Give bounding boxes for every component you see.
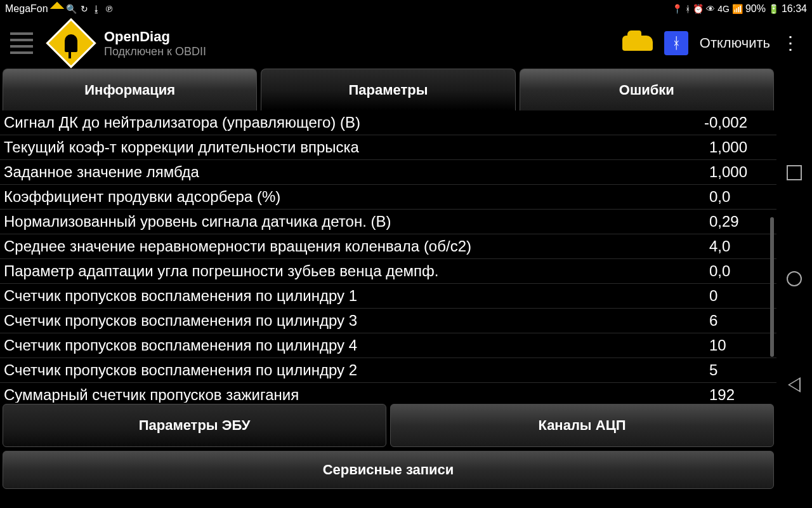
param-name: Сигнал ДК до нейтрализатора (управляющег… — [4, 114, 373, 131]
param-row[interactable]: Заданное значение лямбда1,000 — [0, 160, 776, 185]
parameter-list[interactable]: Сигнал ДК до нейтрализатора (управляющег… — [0, 110, 776, 403]
app-logo-icon — [46, 18, 96, 68]
search-icon: 🔍 — [66, 4, 77, 14]
param-name: Суммарный счетчик пропусков зажигания — [4, 386, 311, 403]
top-tabs: Информация Параметры Ошибки — [0, 69, 776, 110]
carrier-label: MegaFon — [5, 3, 48, 15]
param-name: Счетчик пропусков воспламенения по цилин… — [4, 337, 370, 354]
tab-info[interactable]: Информация — [3, 69, 257, 110]
param-row[interactable]: Суммарный счетчик пропусков зажигания192 — [0, 383, 776, 403]
alarm-icon: ⏰ — [693, 4, 704, 14]
scrollbar[interactable] — [770, 217, 774, 357]
param-value: 1,000 — [709, 138, 773, 156]
nav-back-button[interactable] — [788, 377, 801, 392]
param-value: 4,0 — [709, 237, 773, 255]
param-value: 5 — [709, 361, 773, 379]
clock: 16:34 — [782, 3, 807, 15]
param-name: Текущий коэф-т коррекции длительности вп… — [4, 138, 372, 156]
param-name: Коэффициент продувки адсорбера (%) — [4, 188, 293, 206]
nav-home-button[interactable] — [787, 271, 802, 286]
param-value: 0 — [709, 287, 773, 305]
megafon-icon — [49, 2, 64, 17]
bluetooth-button[interactable]: ᚼ — [664, 31, 688, 55]
menu-button[interactable] — [5, 27, 38, 59]
param-row[interactable]: Счетчик пропусков воспламенения по цилин… — [0, 309, 776, 333]
param-name: Среднее значение неравномерности вращени… — [4, 237, 484, 255]
download-icon: ⭳ — [92, 4, 101, 14]
param-row[interactable]: Счетчик пропусков воспламенения по цилин… — [0, 333, 776, 358]
battery-icon: 🔋 — [768, 4, 779, 14]
tab-params[interactable]: Параметры — [261, 69, 515, 110]
eye-icon: 👁 — [706, 4, 715, 14]
car-icon[interactable] — [622, 36, 653, 51]
param-name: Нормализованный уровень сигнала датчика … — [4, 213, 403, 231]
pinterest-icon: ℗ — [105, 4, 114, 14]
param-row[interactable]: Текущий коэф-т коррекции длительности вп… — [0, 135, 776, 160]
param-value: 0,0 — [709, 262, 773, 280]
bluetooth-icon: ᚼ — [685, 4, 690, 14]
param-name: Счетчик пропусков воспламенения по цилин… — [4, 361, 370, 379]
param-row[interactable]: Счетчик пропусков воспламенения по цилин… — [0, 358, 776, 383]
service-records-button[interactable]: Сервисные записи — [3, 451, 774, 489]
param-value: 1,000 — [709, 163, 773, 181]
param-name: Параметр адаптации угла погрешности зубь… — [4, 262, 451, 280]
param-name: Счетчик пропусков воспламенения по цилин… — [4, 287, 370, 305]
param-row[interactable]: Нормализованный уровень сигнала датчика … — [0, 210, 776, 234]
param-row[interactable]: Сигнал ДК до нейтрализатора (управляющег… — [0, 110, 776, 135]
app-subtitle: Подключен к OBDII — [104, 45, 612, 58]
param-value: 192 — [709, 386, 773, 403]
disconnect-button[interactable]: Отключить — [700, 35, 770, 51]
battery-percent: 90% — [745, 3, 766, 15]
param-value: 0,29 — [709, 213, 773, 231]
param-row[interactable]: Коэффициент продувки адсорбера (%)0,0 — [0, 185, 776, 210]
tab-adc-channels[interactable]: Каналы АЦП — [390, 404, 774, 447]
tab-errors[interactable]: Ошибки — [520, 69, 774, 110]
param-name: Счетчик пропусков воспламенения по цилин… — [4, 312, 370, 330]
param-name: Заданное значение лямбда — [4, 163, 212, 181]
param-value: 0,0 — [709, 188, 773, 206]
app-header: OpenDiag Подключен к OBDII ᚼ Отключить ⋮ — [0, 18, 812, 69]
bottom-tabs: Параметры ЭБУ Каналы АЦП — [0, 404, 776, 447]
app-title: OpenDiag — [104, 29, 612, 45]
system-nav-bar — [776, 69, 812, 489]
location-icon: 📍 — [672, 4, 683, 14]
loop-icon: ↻ — [81, 4, 88, 14]
param-value: -0,002 — [704, 114, 773, 131]
param-row[interactable]: Среднее значение неравномерности вращени… — [0, 234, 776, 259]
tab-ecu-params[interactable]: Параметры ЭБУ — [3, 404, 386, 447]
param-value: 6 — [709, 312, 773, 330]
overflow-menu-button[interactable]: ⋮ — [782, 41, 799, 46]
signal-icon: 📶 — [732, 4, 743, 14]
network-4g-icon: 4G — [717, 4, 730, 14]
status-bar: MegaFon 🔍 ↻ ⭳ ℗ 📍 ᚼ ⏰ 👁 4G 📶 90% 🔋 16:34 — [0, 0, 812, 18]
param-row[interactable]: Параметр адаптации угла погрешности зубь… — [0, 259, 776, 284]
param-row[interactable]: Счетчик пропусков воспламенения по цилин… — [0, 284, 776, 309]
param-value: 10 — [709, 337, 773, 354]
nav-recent-button[interactable] — [787, 165, 802, 180]
